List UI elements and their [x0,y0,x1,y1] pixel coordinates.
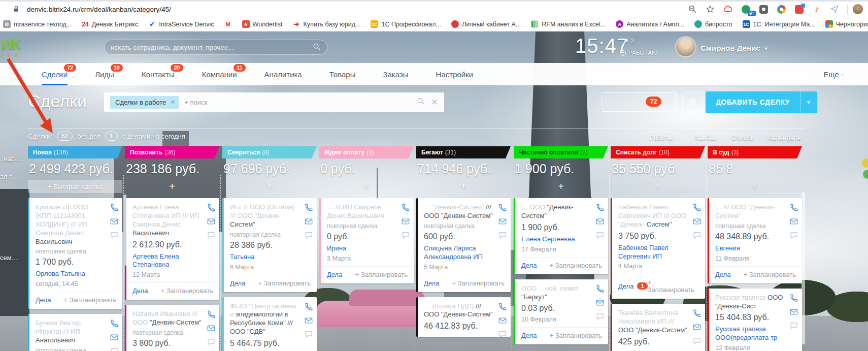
deals-link[interactable]: Дела [521,262,537,269]
deals-link[interactable]: Дела [132,287,148,295]
column-header[interactable]: Бегают(31) [416,146,511,158]
url-text[interactable]: denvic.bitrix24.ru/crm/deal/kanban/categ… [27,6,171,13]
deals-link[interactable]: Дела [715,271,730,278]
add-deal-button[interactable]: ДОБАВИТЬ СДЕЛКУ ▼ [706,91,817,113]
user-name[interactable]: Смирнов Денис▼ [700,44,769,52]
add-card-button[interactable]: + [514,180,608,193]
bitrix-logo[interactable]: ИК [1,36,20,53]
phone-icon[interactable] [789,203,798,212]
bookmark[interactable]: 1С1С: Интеграция Ма... [743,20,815,28]
chat-icon[interactable] [789,321,798,330]
bookmark[interactable]: RFM анализ в Excel... [531,20,606,28]
tab-companies[interactable]: Компании11 [202,63,237,85]
chat-icon[interactable] [789,231,798,240]
deal-card[interactable]: … /// ИП Смирнов Денис Васильевич повтор… [319,198,414,283]
tab-settings[interactable]: Настройки [436,63,474,85]
client-link[interactable]: Орлова Татьяна [36,270,105,278]
column-scrollbar[interactable] [123,195,126,266]
client-link[interactable]: Евгения [715,244,785,253]
mail-icon[interactable] [692,217,702,226]
red-extension-icon[interactable] [792,5,806,14]
google-extension-icon[interactable] [775,5,788,14]
deal-card[interactable]: ФБУЗ "Центр гигиены и эпидемиологии в Ре… [222,297,317,351]
mail-icon[interactable] [110,333,119,342]
deals-link[interactable]: Дела [424,279,439,287]
deal-card[interactable]: … /// ООО "Денвик-Систем" повторная сдел… [708,198,802,283]
counter-with-activity[interactable]: 1 [105,132,118,141]
user-avatar[interactable] [676,37,695,56]
column-header[interactable]: Ждем оплату(1) [319,146,414,158]
column-header[interactable]: Частично оплатили(2) [514,146,608,158]
deals-link[interactable]: Дела [36,296,51,304]
search-icon[interactable] [313,43,321,52]
mail-icon[interactable] [789,307,798,316]
chat-icon[interactable] [498,330,507,339]
view-robots[interactable]: Роботы [641,132,681,144]
view-list[interactable]: Список [731,134,753,142]
mail-icon[interactable] [207,217,216,226]
tab-orders[interactable]: Заказы [383,63,408,85]
mail-icon[interactable] [595,217,605,226]
deals-link[interactable]: Дела [327,271,342,278]
chat-icon[interactable] [595,312,605,321]
deal-card[interactable]: ООО …ной, лимит "Беркут" 0.03 руб. 10 Фе… [514,279,608,345]
deal-card[interactable]: Русская трапеза ООО "Денвик-Сист 15 404.… [708,289,802,351]
client-link[interactable]: Спицына Лариса Александровна ИП [424,244,493,262]
phone-icon[interactable] [110,319,119,328]
phone-icon[interactable] [692,309,702,318]
phone-icon[interactable] [789,294,798,303]
deal-card[interactable]: … ООО "Денвик-Систем" 1 900 руб. Елена С… [514,198,608,274]
mail-icon[interactable] [110,217,119,226]
bookmark[interactable]: бипросто [694,20,732,28]
view-kanban[interactable]: Канбан [695,134,718,142]
mail-icon[interactable] [304,217,313,226]
add-card-button[interactable]: + [611,180,705,193]
bookmark[interactable]: Черногория – Goo... [825,20,868,28]
client-link[interactable]: Бабенков Павел Сергеевич ИП [618,244,688,261]
client-link[interactable]: Ирина [327,244,396,253]
mail-icon[interactable] [207,324,216,333]
chat-icon[interactable] [304,231,313,240]
client-link[interactable]: Елена Сергеевна [521,235,591,244]
bookmark[interactable]: Личный кабинет А... [451,20,521,28]
plan-link[interactable]: + Запланировать [355,271,408,278]
plan-link[interactable]: + Запланировать [64,296,116,304]
nav-more-button[interactable]: Еще - [823,63,844,85]
work-status[interactable]: РАБОТАЮ [620,50,658,56]
zoom-out-icon[interactable] [686,5,699,14]
deals-counter-button[interactable] [602,92,677,112]
add-deal-caret[interactable]: ▼ [800,91,817,113]
mail-icon[interactable] [595,298,605,307]
bookmark[interactable]: ★Wunderlist [242,20,283,28]
chat-icon[interactable] [110,231,119,240]
phone-icon[interactable] [207,310,216,319]
tab-contacts[interactable]: Контакты20 [142,63,175,85]
client-link[interactable]: Артеева Елена Степановна [132,252,202,270]
add-card-button[interactable]: + [708,180,802,193]
bookmark[interactable]: ⚙ntraservice техпод... [3,20,72,28]
deal-card[interactable]: Криокин сф ООО (КПП 112143001 ХОЛДИНГ) /… [28,198,122,309]
add-card-button[interactable]: + [416,180,511,193]
tab-analytics[interactable]: Аналитика [264,63,302,85]
phone-icon[interactable] [304,203,313,212]
phone-icon[interactable] [595,203,605,212]
deal-card[interactable]: Бабенков Павел Сергеевич ИП /// ООО "Ден… [611,198,705,299]
client-link[interactable]: Татьяна [230,253,299,262]
column-header[interactable]: Новая(136) [28,146,122,158]
column-header[interactable]: Свериться(8) [222,146,317,158]
global-search-input[interactable]: искать сотрудника, документ, прочее... [104,40,327,55]
bookmark[interactable]: ✔IntraService Denvic [148,20,214,28]
column-header[interactable]: Позвонить(36) [125,146,219,158]
phone-icon[interactable] [692,203,702,212]
plan-link[interactable]: + Запланировать [452,279,505,287]
plan-link[interactable]: + Запланировать [550,262,602,269]
plan-link[interactable]: + Запланировать [258,279,311,287]
flag-counter[interactable]: ⚑ 2 [623,38,634,45]
tab-leads[interactable]: Лиды18 [95,63,114,85]
phone-icon[interactable] [498,203,507,212]
green-extension-icon[interactable]: 9+ [739,5,752,14]
bookmark-gmail[interactable]: M [224,20,232,28]
lightbulb-extension-icon[interactable] [757,5,770,14]
deal-card[interactable]: … "Денвик-Систем" /// ООО "Денвик-Систем… [416,198,511,292]
column-header[interactable]: В суд(3) [708,146,802,158]
